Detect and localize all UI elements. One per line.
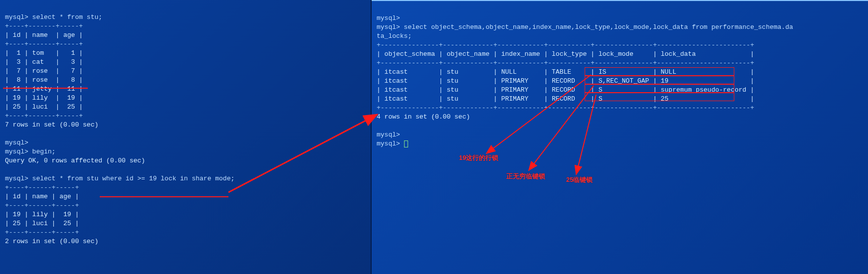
table-row: | 19 | lily | 19 | (5, 94, 83, 102)
sql-prompt: mysql> (377, 131, 400, 138)
sql-line: mysql> select object_schema,object_name,… (377, 23, 793, 31)
result-line: Query OK, 0 rows affected (0.00 sec) (5, 157, 145, 164)
table-row: | itcast | stu | PRIMARY | RECORD | S | … (377, 95, 754, 103)
sql-prompt: mysql> (5, 139, 28, 146)
table-row: | 7 | rose | 7 | (5, 67, 83, 75)
table-border: +----+-------+-----+ (5, 40, 83, 48)
table-border: +----+------+-----+ (5, 184, 79, 191)
mysql-terminal-left[interactable]: mysql> select * from stu; +----+-------+… (0, 0, 372, 274)
sql-prompt: mysql> (377, 14, 400, 22)
table-row: | 3 | cat | 3 | (5, 58, 83, 66)
table-header: | object_schema | object_name | index_na… (377, 50, 754, 58)
result-summary: 4 rows in set (0.00 sec) (377, 113, 470, 121)
table-row: | 25 | luci | 25 | (5, 103, 83, 111)
sql-line: mysql> begin; (5, 148, 55, 155)
table-border: +----+------+-----+ (5, 229, 79, 236)
table-row: | itcast | stu | PRIMARY | RECORD | S | … (377, 86, 754, 94)
sql-prompt: mysql> (377, 140, 408, 147)
table-border: +----+-------+-----+ (5, 112, 83, 120)
result-summary: 7 rows in set (0.00 sec) (5, 121, 98, 129)
table-border: +---------------+-------------+---------… (377, 104, 754, 112)
sql-line: mysql> select * from stu where id >= 19 … (5, 175, 234, 182)
sql-line: mysql> select * from stu; (5, 13, 102, 21)
table-border: +---------------+-------------+---------… (377, 41, 754, 49)
table-row: | itcast | stu | PRIMARY | RECORD | S,RE… (377, 77, 754, 85)
table-row: | itcast | stu | NULL | TABLE | IS | NUL… (377, 68, 754, 76)
table-header: | id | name | age | (5, 193, 79, 200)
table-border: +---------------+-------------+---------… (377, 59, 754, 67)
table-row: | 8 | rose | 8 | (5, 76, 83, 84)
table-row: | 25 | luci | 25 | (5, 220, 79, 227)
cursor-icon (404, 140, 408, 147)
sql-line-cont: ta_locks; (377, 32, 412, 40)
table-border: +----+-------+-----+ (5, 22, 83, 30)
table-header: | id | name | age | (5, 31, 83, 39)
table-row: | 1 | tom | 1 | (5, 49, 83, 57)
table-row: | 19 | lily | 19 | (5, 211, 79, 218)
result-summary: 2 rows in set (0.00 sec) (5, 238, 98, 245)
table-border: +----+------+-----+ (5, 202, 79, 209)
table-row: | 11 | jetty | 11 | (5, 85, 83, 93)
mysql-terminal-right[interactable]: mysql> mysql> select object_schema,objec… (372, 0, 868, 274)
